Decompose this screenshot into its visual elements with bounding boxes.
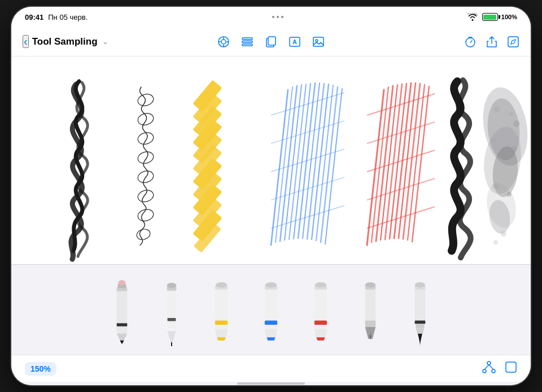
svg-point-72	[216, 282, 227, 287]
svg-point-50	[492, 182, 499, 189]
share-icon[interactable]	[486, 36, 498, 48]
svg-point-46	[509, 112, 513, 116]
sample-pen-black	[71, 81, 88, 259]
svg-rect-94	[416, 324, 425, 328]
svg-rect-104	[506, 362, 516, 372]
timer-icon[interactable]	[464, 36, 477, 48]
svg-rect-62	[168, 317, 176, 321]
svg-point-22	[137, 150, 155, 165]
toolbar-right	[354, 36, 519, 48]
document-title: Tool Sampling	[32, 36, 98, 47]
toolbar-left: ‹ Tool Sampling ⌄	[23, 35, 188, 48]
svg-line-103	[489, 365, 493, 369]
svg-point-91	[365, 282, 376, 287]
svg-rect-74	[265, 320, 277, 324]
svg-point-48	[492, 138, 496, 143]
canvas-area[interactable]	[11, 56, 531, 264]
text-insert-icon[interactable]: A	[289, 36, 301, 48]
svg-point-98	[415, 282, 426, 287]
svg-marker-82	[317, 337, 325, 341]
svg-marker-76	[267, 337, 276, 341]
frame-icon[interactable]	[505, 361, 517, 376]
home-indicator	[11, 382, 531, 385]
svg-point-52	[501, 231, 506, 237]
status-right: 100%	[467, 13, 517, 21]
svg-line-102	[484, 365, 489, 369]
svg-point-60	[119, 280, 126, 285]
svg-point-49	[511, 146, 517, 152]
drawing-samples	[11, 56, 531, 264]
markup-icon[interactable]	[217, 36, 230, 48]
title-dropdown-icon[interactable]: ⌄	[102, 37, 108, 46]
svg-point-47	[513, 120, 520, 127]
svg-point-100	[492, 369, 495, 373]
home-bar	[237, 382, 305, 385]
svg-point-51	[507, 192, 512, 197]
svg-line-17	[470, 41, 472, 42]
back-button[interactable]: ‹	[23, 35, 29, 48]
status-date: Пн 05 черв.	[48, 13, 88, 21]
status-bar: 09:41 Пн 05 черв.	[11, 7, 531, 27]
svg-point-1	[221, 40, 226, 44]
svg-rect-7	[242, 41, 252, 42]
zoom-level[interactable]: 150%	[25, 362, 56, 376]
tool-marker-yellow[interactable]	[204, 273, 238, 347]
bottom-bar: 150%	[11, 355, 531, 382]
image-insert-icon[interactable]	[312, 36, 325, 48]
tool-marker-red[interactable]	[304, 273, 338, 347]
svg-point-14	[316, 40, 318, 42]
nodes-icon[interactable]	[482, 361, 496, 376]
sample-brush-black	[452, 80, 471, 258]
svg-point-45	[494, 107, 500, 112]
svg-rect-80	[314, 320, 327, 324]
svg-point-99	[483, 369, 486, 373]
svg-point-20	[137, 112, 155, 127]
svg-point-53	[493, 240, 498, 245]
sample-watercolor	[477, 84, 531, 245]
svg-rect-10	[268, 37, 276, 45]
sample-marker-red	[367, 83, 435, 245]
status-time: 09:41	[25, 13, 43, 21]
battery-percent: 100%	[501, 14, 517, 20]
svg-rect-8	[242, 44, 252, 46]
ipad-frame: 09:41 Пн 05 черв.	[11, 7, 531, 385]
sample-fineliner	[136, 87, 155, 245]
tool-marker-blue[interactable]	[254, 273, 288, 347]
toolbar: ‹ Tool Sampling ⌄	[11, 27, 531, 56]
svg-rect-55	[117, 323, 128, 326]
tool-fineliner[interactable]	[155, 273, 189, 347]
status-dots	[272, 16, 283, 18]
svg-text:A: A	[292, 38, 297, 45]
svg-rect-6	[242, 38, 252, 40]
svg-point-66	[167, 282, 177, 288]
screen: 09:41 Пн 05 черв.	[11, 7, 531, 385]
battery-indicator: 100%	[482, 13, 517, 21]
sample-marker-blue	[271, 83, 344, 245]
svg-rect-68	[215, 320, 228, 324]
svg-rect-92	[415, 288, 426, 325]
svg-point-78	[265, 282, 277, 287]
svg-marker-57	[120, 340, 124, 344]
tool-brush[interactable]	[403, 273, 437, 347]
svg-point-26	[136, 228, 151, 241]
layers-icon[interactable]	[241, 36, 253, 48]
svg-rect-61	[168, 289, 176, 328]
bottom-right-icons	[482, 361, 517, 376]
edit-icon[interactable]	[507, 36, 519, 48]
svg-rect-86	[365, 320, 376, 326]
tools-panel	[11, 264, 531, 355]
toolbar-center: A	[188, 36, 353, 48]
tool-pencil[interactable]	[105, 273, 139, 347]
svg-point-101	[487, 361, 491, 365]
svg-rect-18	[508, 37, 518, 47]
sample-marker-yellow	[193, 80, 222, 252]
back-chevron-icon: ‹	[24, 36, 28, 47]
wifi-icon	[467, 13, 478, 21]
paste-icon[interactable]	[265, 36, 277, 48]
svg-rect-93	[415, 320, 426, 324]
svg-marker-96	[418, 333, 422, 341]
svg-point-84	[315, 282, 326, 287]
svg-marker-70	[217, 337, 226, 341]
svg-rect-85	[365, 288, 376, 325]
tool-fountain-pen[interactable]	[353, 273, 387, 347]
